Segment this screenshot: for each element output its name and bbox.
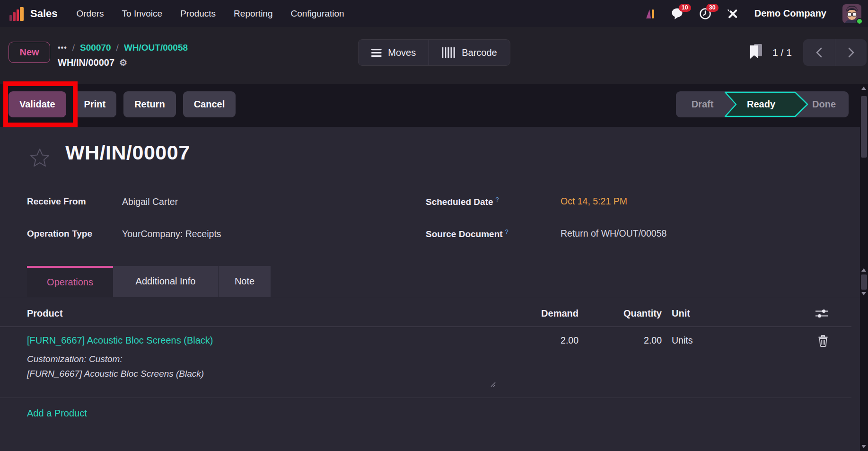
return-button[interactable]: Return <box>123 91 175 117</box>
barcode-button[interactable]: Barcode <box>429 40 510 65</box>
breadcrumb-separator: / <box>116 43 119 53</box>
operations-table: Product Demand Quantity Unit [FURN_6667]… <box>0 301 851 429</box>
scrollbar-thumb[interactable] <box>861 96 867 158</box>
chevron-left-icon <box>815 47 823 58</box>
column-header-demand: Demand <box>508 301 579 327</box>
form-sheet: WH/IN/00007 Receive From Abigail Carter … <box>0 127 868 451</box>
scheduled-date-value[interactable]: Oct 14, 5:21 PM <box>561 196 627 207</box>
scroll-up-arrow-icon[interactable] <box>861 87 866 90</box>
column-header-quantity: Quantity <box>579 301 662 327</box>
breadcrumb-bar: New ••• / S00070 / WH/OUT/00058 WH/IN/00… <box>0 27 868 84</box>
tabs-underline <box>0 297 860 297</box>
textarea-resize-grip[interactable] <box>490 381 496 387</box>
print-button[interactable]: Print <box>73 91 117 117</box>
product-description-line[interactable]: [FURN_6667] Acoustic Bloc Screens (Black… <box>27 369 508 379</box>
view-switcher: Moves Barcode <box>358 39 510 66</box>
column-header-unit: Unit <box>662 301 771 327</box>
moves-label: Moves <box>388 47 416 58</box>
top-navbar: Sales Orders To Invoice Products Reporti… <box>0 0 868 27</box>
pager-navigation <box>803 39 867 66</box>
pager-previous-button[interactable] <box>803 39 835 66</box>
inner-scrollbar-thumb[interactable] <box>861 274 867 290</box>
status-done[interactable]: Done <box>799 99 849 110</box>
receive-from-label: Receive From <box>27 196 122 207</box>
form-control-bar: Validate Print Return Cancel Draft Ready… <box>0 84 868 127</box>
demand-cell[interactable]: 2.00 <box>508 327 579 398</box>
tab-operations[interactable]: Operations <box>27 266 113 297</box>
breadcrumb-ellipsis[interactable]: ••• <box>58 44 67 52</box>
odoo-apps-logo-icon[interactable] <box>9 6 25 22</box>
breadcrumb-link-s00070[interactable]: S00070 <box>80 43 111 53</box>
operation-type-value[interactable]: YourCompany: Receipts <box>122 229 221 239</box>
inner-scroll-down-arrow-icon[interactable] <box>861 292 866 295</box>
app-name[interactable]: Sales <box>30 8 58 20</box>
notebook-tabs: Operations Additional Info Note <box>27 266 271 297</box>
unit-cell[interactable]: Units <box>662 327 771 398</box>
breadcrumb-current: WH/IN/00007 <box>58 57 114 68</box>
menu-item-orders[interactable]: Orders <box>77 9 104 19</box>
add-a-product-link[interactable]: Add a Product <box>0 398 851 429</box>
cancel-button[interactable]: Cancel <box>183 91 236 117</box>
menu-item-to-invoice[interactable]: To Invoice <box>122 9 163 19</box>
product-description-line[interactable]: Customization: Custom: <box>27 354 508 364</box>
receive-from-value[interactable]: Abigail Carter <box>122 196 178 207</box>
new-button[interactable]: New <box>9 42 50 63</box>
menu-item-configuration[interactable]: Configuration <box>291 9 344 19</box>
main-menu: Orders To Invoice Products Reporting Con… <box>77 9 344 19</box>
pager-next-button[interactable] <box>835 39 867 66</box>
messages-icon[interactable]: 10 <box>671 7 684 20</box>
source-document-value[interactable]: Return of WH/OUT/00058 <box>561 228 666 239</box>
product-link[interactable]: [FURN_6667] Acoustic Bloc Screens (Black… <box>27 327 508 346</box>
online-status-dot <box>856 18 863 25</box>
activities-clock-icon[interactable]: 30 <box>699 7 712 20</box>
activities-badge: 30 <box>706 4 719 12</box>
company-name[interactable]: Demo Company <box>754 8 826 19</box>
status-ready[interactable]: Ready <box>724 91 798 117</box>
favorite-star-icon[interactable] <box>29 148 50 168</box>
list-icon <box>371 49 381 57</box>
pager-counter: 1 / 1 <box>772 47 792 58</box>
gear-icon[interactable]: ⚙ <box>119 58 127 67</box>
tab-additional-info[interactable]: Additional Info <box>113 266 218 297</box>
form-fields: Receive From Abigail Carter Scheduled Da… <box>27 186 811 250</box>
scheduled-date-label: Scheduled Date? <box>426 196 561 207</box>
help-icon: ? <box>505 228 509 235</box>
column-header-product: Product <box>0 301 508 327</box>
bookmark-icon[interactable] <box>750 44 763 62</box>
vertical-scrollbar[interactable] <box>860 84 868 451</box>
breadcrumb-separator: / <box>72 43 75 53</box>
menu-item-products[interactable]: Products <box>180 9 216 19</box>
inner-scroll-up-arrow-icon[interactable] <box>861 268 866 272</box>
document-title[interactable]: WH/IN/00007 <box>65 141 190 164</box>
breadcrumb: ••• / S00070 / WH/OUT/00058 WH/IN/00007 … <box>58 43 188 68</box>
status-bar: Draft Ready Done <box>676 91 849 117</box>
help-icon: ? <box>496 196 499 203</box>
status-draft[interactable]: Draft <box>676 99 729 110</box>
barcode-label: Barcode <box>462 47 497 58</box>
moves-button[interactable]: Moves <box>358 40 429 65</box>
validate-button[interactable]: Validate <box>9 91 66 117</box>
menu-item-reporting[interactable]: Reporting <box>234 9 272 19</box>
ai-icon[interactable] <box>644 7 657 20</box>
source-document-label: Source Document? <box>426 228 561 239</box>
chevron-right-icon <box>848 47 855 58</box>
operation-type-label: Operation Type <box>27 229 122 239</box>
barcode-icon <box>442 47 455 58</box>
tools-wrench-icon[interactable] <box>726 7 739 20</box>
optional-columns-icon[interactable] <box>815 309 828 318</box>
delete-trash-icon[interactable] <box>818 335 828 347</box>
tab-note[interactable]: Note <box>218 266 271 297</box>
messages-badge: 10 <box>679 4 691 12</box>
table-row: [FURN_6667] Acoustic Bloc Screens (Black… <box>0 327 851 398</box>
table-header-row: Product Demand Quantity Unit <box>0 301 851 327</box>
quantity-cell[interactable]: 2.00 <box>579 327 662 398</box>
user-avatar[interactable] <box>842 4 861 23</box>
breadcrumb-link-wh-out[interactable]: WH/OUT/00058 <box>124 43 188 53</box>
scroll-down-arrow-icon[interactable] <box>861 445 866 448</box>
